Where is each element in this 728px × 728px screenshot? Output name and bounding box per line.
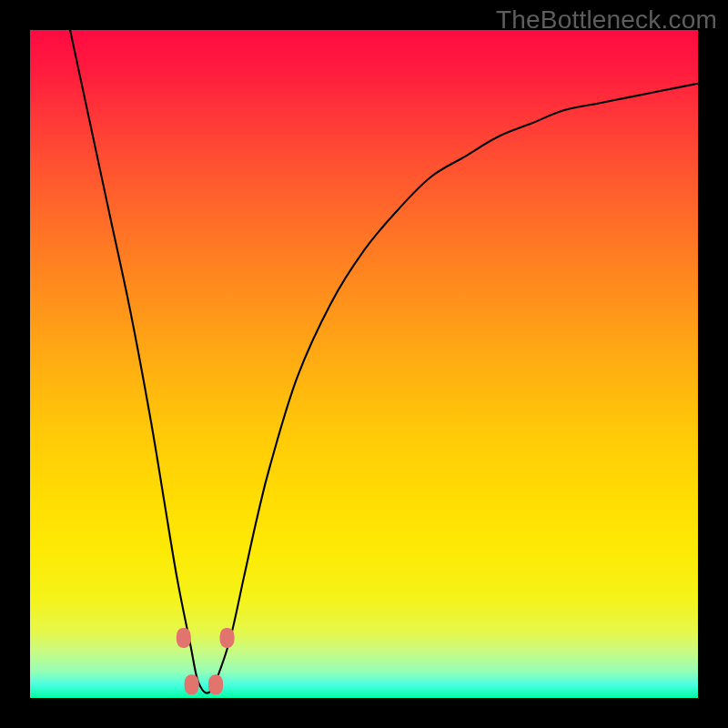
chart-frame: TheBottleneck.com <box>0 0 728 728</box>
curve-layer <box>30 30 698 698</box>
curve-marker <box>185 674 199 694</box>
curve-marker <box>220 628 235 648</box>
plot-area <box>30 30 698 698</box>
curve-markers <box>177 628 235 694</box>
curve-marker <box>208 674 223 694</box>
bottleneck-curve <box>70 30 698 693</box>
curve-marker <box>177 628 191 648</box>
